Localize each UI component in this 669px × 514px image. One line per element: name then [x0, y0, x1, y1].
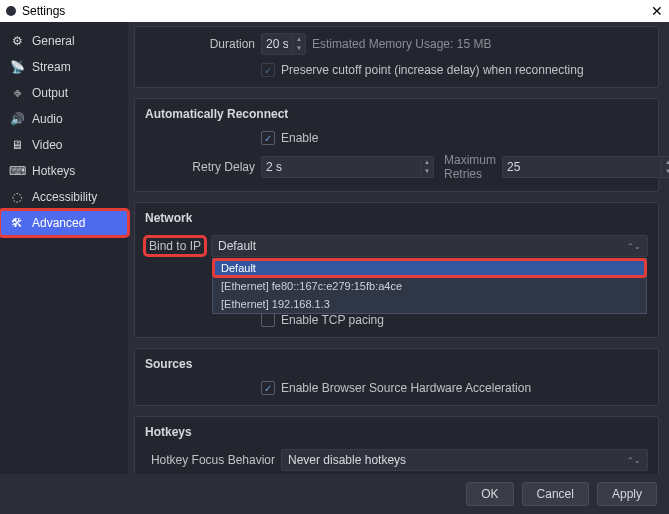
sidebar-item-label: Advanced — [32, 216, 85, 230]
speaker-icon: 🔊 — [10, 112, 24, 126]
hotkey-focus-select[interactable]: Never disable hotkeys ⌃⌄ — [281, 449, 648, 471]
antenna-icon: 📡 — [10, 60, 24, 74]
section-title-sources: Sources — [145, 357, 648, 371]
section-reconnect: Automatically Reconnect ✓ Enable Retry D… — [134, 98, 659, 192]
titlebar: Settings ✕ — [0, 0, 669, 22]
chevron-updown-icon: ⌃⌄ — [627, 456, 641, 465]
tcp-pacing-check[interactable]: ✓ Enable TCP pacing — [261, 313, 384, 327]
sidebar-item-hotkeys[interactable]: ⌨ Hotkeys — [0, 158, 128, 184]
sidebar-item-label: Hotkeys — [32, 164, 75, 178]
cancel-button[interactable]: Cancel — [522, 482, 589, 506]
tools-icon: 🛠 — [10, 216, 24, 230]
checkbox-icon: ✓ — [261, 313, 275, 327]
bind-to-ip-value: Default — [218, 239, 256, 253]
sidebar-item-label: Stream — [32, 60, 71, 74]
app-icon — [6, 6, 16, 16]
section-title-reconnect: Automatically Reconnect — [145, 107, 648, 121]
sidebar-item-audio[interactable]: 🔊 Audio — [0, 106, 128, 132]
duration-input[interactable] — [262, 37, 292, 51]
section-network: Network Bind to IP Default ⌃⌄ Default [E… — [134, 202, 659, 338]
sidebar-item-label: Video — [32, 138, 62, 152]
output-icon: ⎆ — [10, 86, 24, 100]
tcp-pacing-label: Enable TCP pacing — [281, 313, 384, 327]
bind-to-ip-dropdown: Default [Ethernet] fe80::167c:e279:15fb:… — [212, 258, 647, 314]
sidebar-item-advanced[interactable]: 🛠 Advanced — [0, 210, 128, 236]
section-title-network: Network — [145, 211, 648, 225]
duration-label: Duration — [145, 37, 255, 51]
accessibility-icon: ◌ — [10, 190, 24, 204]
bind-option-default[interactable]: Default — [213, 259, 646, 277]
close-icon[interactable]: ✕ — [651, 3, 663, 19]
checkbox-icon: ✓ — [261, 131, 275, 145]
bind-option-ethernet-ipv6[interactable]: [Ethernet] fe80::167c:e279:15fb:a4ce — [213, 277, 646, 295]
section-delay: Duration ▲▼ Estimated Memory Usage: 15 M… — [134, 26, 659, 88]
retry-delay-input[interactable] — [262, 160, 420, 174]
checkbox-icon: ✓ — [261, 63, 275, 77]
spinner-arrows[interactable]: ▲▼ — [420, 158, 433, 176]
checkbox-icon: ✓ — [261, 381, 275, 395]
max-retries-label: Maximum Retries — [444, 153, 496, 181]
hotkey-focus-value: Never disable hotkeys — [288, 453, 406, 467]
duration-spinner[interactable]: ▲▼ — [261, 33, 306, 55]
sidebar-item-video[interactable]: 🖥 Video — [0, 132, 128, 158]
preserve-cutoff-label: Preserve cutoff point (increase delay) w… — [281, 63, 584, 77]
sidebar-item-label: General — [32, 34, 75, 48]
ok-button[interactable]: OK — [466, 482, 513, 506]
retry-delay-spinner[interactable]: ▲▼ — [261, 156, 434, 178]
section-title-hotkeys: Hotkeys — [145, 425, 648, 439]
main-panel: Duration ▲▼ Estimated Memory Usage: 15 M… — [128, 22, 669, 474]
chevron-updown-icon: ⌃⌄ — [627, 242, 641, 251]
hotkey-focus-label: Hotkey Focus Behavior — [145, 453, 275, 467]
sidebar-item-stream[interactable]: 📡 Stream — [0, 54, 128, 80]
bind-to-ip-select[interactable]: Default ⌃⌄ Default [Ethernet] fe80::167c… — [211, 235, 648, 257]
section-hotkeys: Hotkeys Hotkey Focus Behavior Never disa… — [134, 416, 659, 474]
bind-to-ip-label: Bind to IP — [145, 237, 205, 255]
sidebar-item-general[interactable]: ⚙ General — [0, 28, 128, 54]
sidebar-item-accessibility[interactable]: ◌ Accessibility — [0, 184, 128, 210]
max-retries-spinner[interactable]: ▲▼ — [502, 156, 669, 178]
window-title: Settings — [22, 4, 651, 18]
browser-hw-label: Enable Browser Source Hardware Accelerat… — [281, 381, 531, 395]
keyboard-icon: ⌨ — [10, 164, 24, 178]
spinner-arrows[interactable]: ▲▼ — [292, 35, 305, 53]
sidebar-item-label: Audio — [32, 112, 63, 126]
browser-hw-check[interactable]: ✓ Enable Browser Source Hardware Acceler… — [261, 381, 531, 395]
memory-hint: Estimated Memory Usage: 15 MB — [312, 37, 491, 51]
apply-button[interactable]: Apply — [597, 482, 657, 506]
gear-icon: ⚙ — [10, 34, 24, 48]
preserve-cutoff-check[interactable]: ✓ Preserve cutoff point (increase delay)… — [261, 63, 584, 77]
sidebar-item-label: Output — [32, 86, 68, 100]
retry-delay-label: Retry Delay — [145, 160, 255, 174]
monitor-icon: 🖥 — [10, 138, 24, 152]
dialog-footer: OK Cancel Apply — [0, 474, 669, 514]
sidebar: ⚙ General 📡 Stream ⎆ Output 🔊 Audio 🖥 Vi… — [0, 22, 128, 474]
max-retries-input[interactable] — [503, 160, 661, 174]
section-sources: Sources ✓ Enable Browser Source Hardware… — [134, 348, 659, 406]
sidebar-item-output[interactable]: ⎆ Output — [0, 80, 128, 106]
reconnect-enable-label: Enable — [281, 131, 318, 145]
reconnect-enable-check[interactable]: ✓ Enable — [261, 131, 318, 145]
bind-option-ethernet-ipv4[interactable]: [Ethernet] 192.168.1.3 — [213, 295, 646, 313]
sidebar-item-label: Accessibility — [32, 190, 97, 204]
spinner-arrows[interactable]: ▲▼ — [661, 158, 669, 176]
